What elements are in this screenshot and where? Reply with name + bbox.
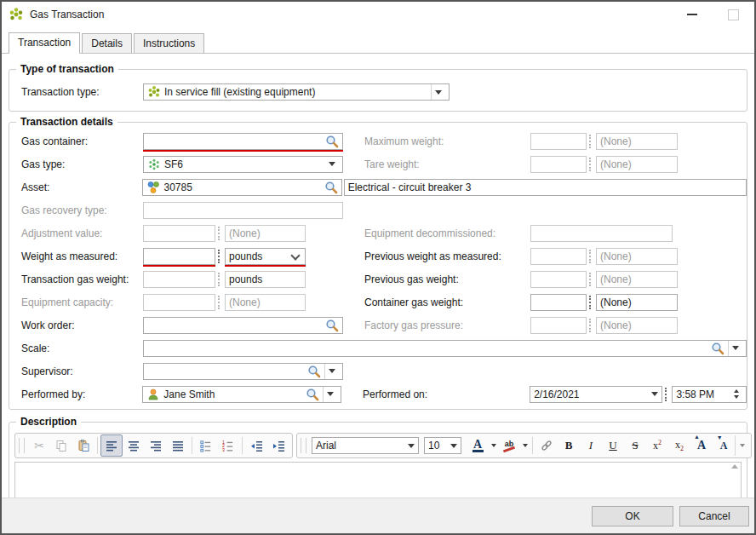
supervisor-dropdown-button[interactable]: [324, 364, 339, 379]
previous-gas-weight-input: [530, 271, 587, 288]
toolbar-overflow-button[interactable]: [735, 435, 748, 456]
asset-input[interactable]: 30785: [142, 179, 341, 196]
justify-button[interactable]: [167, 434, 189, 457]
underline-icon: U: [609, 439, 616, 452]
gas-type-icon: [147, 158, 161, 171]
scale-input[interactable]: [143, 340, 747, 357]
outdent-icon: [249, 439, 263, 452]
toolbar-grip[interactable]: [301, 438, 306, 453]
search-icon[interactable]: [324, 181, 338, 194]
hyperlink-button[interactable]: [536, 434, 558, 457]
weight-as-measured-unit-select[interactable]: pounds: [225, 248, 306, 265]
transaction-details-caption: Transaction details: [16, 116, 117, 128]
equipment-capacity-label: Equipment capacity:: [21, 296, 143, 308]
spin-down-icon: [734, 395, 739, 399]
factory-gas-pressure-label: Factory gas pressure:: [364, 319, 530, 331]
tare-weight-unit-select: (None): [596, 156, 678, 173]
asset-row: Asset: 30785 Electrical - circuit breake…: [9, 175, 747, 198]
transaction-gas-weight-input: [143, 271, 215, 288]
align-left-button[interactable]: [100, 434, 123, 457]
search-icon[interactable]: [325, 319, 339, 332]
gas-container-label: Gas container:: [21, 135, 143, 147]
gas-recovery-type-row: Gas recovery type:: [9, 198, 747, 221]
weight-as-measured-row: Weight as measured: pounds Previous weig…: [9, 244, 747, 268]
decrease-indent-button[interactable]: [245, 434, 267, 457]
weight-as-measured-input[interactable]: [143, 248, 215, 265]
font-name-value: Arial: [316, 440, 408, 452]
transaction-gas-weight-label: Transaction gas weight:: [21, 273, 143, 285]
transaction-type-dropdown-button[interactable]: [431, 84, 445, 100]
highlight-button[interactable]: ab: [498, 434, 520, 457]
scale-dropdown-button[interactable]: [728, 341, 742, 356]
font-name-select[interactable]: Arial: [312, 437, 419, 454]
search-icon[interactable]: [711, 342, 724, 355]
performed-by-input[interactable]: Jane Smith: [142, 386, 341, 403]
time-spinner[interactable]: [730, 389, 742, 399]
equipment-capacity-input: [143, 294, 215, 311]
performed-on-date-input[interactable]: 2/16/2021: [530, 386, 662, 403]
rich-text-toolbar: ✂ Ar: [14, 433, 742, 458]
gas-type-dropdown-button[interactable]: [325, 157, 339, 172]
toolbar-grip[interactable]: [19, 438, 25, 453]
font-color-dropdown-button[interactable]: [489, 436, 498, 455]
container-gas-weight-label: Container gas weight:: [364, 296, 530, 308]
performed-on-time-input[interactable]: 3:58 PM: [672, 386, 747, 403]
superscript-button[interactable]: x2: [646, 434, 668, 457]
scale-label: Scale:: [21, 342, 143, 354]
tab-transaction[interactable]: Transaction: [9, 32, 80, 54]
align-center-button[interactable]: [123, 434, 145, 457]
highlight-dropdown-button[interactable]: [520, 436, 530, 455]
strikethrough-icon: S: [632, 439, 638, 452]
font-size-value: 10: [428, 440, 450, 452]
paste-button[interactable]: [72, 434, 94, 457]
dropdown-icon: [740, 444, 745, 447]
subscript-button[interactable]: x2: [668, 434, 690, 457]
work-order-input[interactable]: [143, 317, 343, 334]
search-icon[interactable]: [306, 388, 319, 401]
performed-by-dropdown-button[interactable]: [323, 387, 337, 402]
cancel-button[interactable]: Cancel: [679, 506, 749, 526]
minimize-button[interactable]: [678, 5, 707, 24]
tab-strip: Transaction Details Instructions: [2, 27, 754, 54]
align-right-button[interactable]: [145, 434, 167, 457]
adjustment-value-input: [143, 225, 215, 242]
transaction-gas-weight-row: Transaction gas weight: pounds Previous …: [9, 268, 747, 291]
increase-indent-button[interactable]: [267, 434, 289, 457]
gas-type-label: Gas type:: [21, 158, 143, 170]
search-icon[interactable]: [325, 135, 339, 148]
toolbar-segment-clipboard-paragraph: ✂: [14, 433, 293, 458]
asset-description-field: Electrical - circuit breaker 3: [344, 179, 747, 196]
gas-container-input[interactable]: [143, 133, 343, 150]
underline-button[interactable]: U: [602, 434, 624, 457]
work-order-label: Work order:: [21, 319, 143, 331]
dropdown-icon[interactable]: [651, 392, 658, 396]
transaction-type-select[interactable]: In service fill (existing equipment): [143, 83, 450, 101]
indent-icon: [272, 439, 285, 452]
type-of-transaction-group: Type of transaction Transaction type: In…: [9, 69, 747, 112]
type-of-transaction-caption: Type of transaction: [16, 63, 118, 75]
gas-type-select[interactable]: SF6: [143, 156, 343, 173]
previous-gas-weight-label: Previous gas weight:: [364, 273, 530, 285]
container-gas-weight-unit-select[interactable]: (None): [596, 294, 678, 311]
spin-up-icon: [734, 389, 739, 393]
transaction-tab-content: Type of transaction Transaction type: In…: [2, 54, 754, 521]
search-icon[interactable]: [307, 365, 321, 378]
container-gas-weight-input[interactable]: [530, 294, 587, 311]
grow-font-button[interactable]: ▲A: [690, 434, 713, 457]
shrink-font-button[interactable]: ▼A: [713, 434, 735, 457]
equipment-decommissioned-label: Equipment decommissioned:: [364, 227, 530, 239]
tab-instructions[interactable]: Instructions: [134, 33, 204, 53]
bullet-list-button[interactable]: [195, 434, 217, 457]
ok-button[interactable]: OK: [592, 506, 673, 526]
supervisor-input[interactable]: [143, 363, 343, 380]
dropdown-icon: [327, 392, 334, 396]
font-color-button[interactable]: A: [467, 434, 489, 457]
numbered-list-button[interactable]: [217, 434, 239, 457]
bold-button[interactable]: B: [558, 434, 580, 457]
strikethrough-button[interactable]: S: [624, 434, 646, 457]
italic-button[interactable]: I: [580, 434, 602, 457]
adjustment-value-unit-select: (None): [225, 225, 306, 242]
tab-details[interactable]: Details: [82, 33, 132, 53]
performed-row: Performed by: Jane Smith Performed on: 2…: [9, 383, 747, 406]
font-size-select[interactable]: 10: [424, 437, 461, 454]
